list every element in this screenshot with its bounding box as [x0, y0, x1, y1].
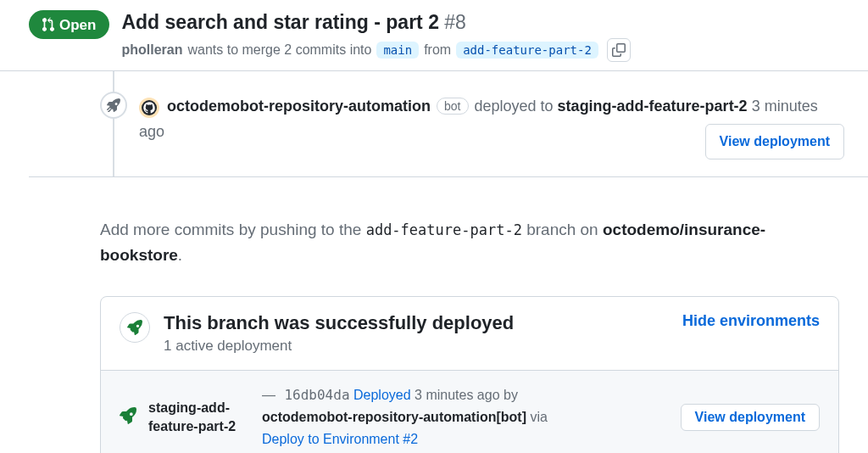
row-actor[interactable]: octodemobot-repository-automation[bot]: [262, 410, 526, 424]
row-workflow-link[interactable]: Deploy to Environment #2: [262, 432, 418, 446]
header-actor[interactable]: pholleran: [121, 42, 182, 58]
by-text: by: [504, 388, 518, 402]
dash: —: [262, 388, 275, 402]
timeline-item-deployed: octodemobot-repository-automation bot de…: [24, 71, 844, 176]
merge-meta: pholleran wants to merge 2 commits into …: [121, 38, 839, 62]
timeline-divider: [29, 176, 868, 177]
rocket-icon: [127, 320, 142, 335]
push-hint: Add more commits by pushing to the add-f…: [0, 193, 868, 281]
hint-mid: branch on: [526, 221, 598, 238]
copy-branch-button[interactable]: [607, 38, 631, 62]
card-subtitle: 1 active deployment: [164, 338, 669, 355]
pr-title-text: Add search and star rating - part 2: [121, 11, 438, 33]
hint-branch: add-feature-part-2: [366, 221, 522, 238]
deployment-row: staging-add-feature-part-2 — 16db04da De…: [101, 370, 838, 453]
row-details: — 16db04da Deployed 3 minutes ago by oct…: [262, 384, 669, 450]
pr-title: Add search and star rating - part 2 #8: [121, 10, 839, 35]
compare-branch-label[interactable]: add-feature-part-2: [456, 42, 598, 59]
view-deployment-button[interactable]: View deployment: [681, 404, 820, 431]
merge-text: wants to merge 2 commits into: [187, 42, 371, 58]
row-state[interactable]: Deployed: [353, 388, 411, 402]
avatar: [139, 98, 159, 118]
environments-card-head: This branch was successfully deployed 1 …: [101, 297, 838, 370]
view-deployment-button[interactable]: View deployment: [705, 124, 844, 159]
via-text: via: [530, 410, 547, 424]
bot-badge: bot: [437, 98, 468, 115]
state-open-badge: Open: [29, 10, 109, 39]
hint-suffix: .: [178, 246, 182, 264]
environments-card: This branch was successfully deployed 1 …: [100, 296, 839, 453]
hide-environments-link[interactable]: Hide environments: [682, 312, 820, 330]
state-label: Open: [59, 18, 96, 32]
pr-number: #8: [444, 11, 466, 33]
card-title: This branch was successfully deployed: [164, 312, 669, 334]
rocket-icon: [120, 407, 136, 424]
from-text: from: [424, 42, 451, 58]
timeline-body: octodemobot-repository-automation bot de…: [139, 92, 844, 159]
timeline-actor[interactable]: octodemobot-repository-automation: [167, 98, 431, 115]
copy-icon: [612, 43, 626, 57]
environment-link[interactable]: staging-add-feature-part-2: [558, 98, 748, 115]
base-branch-label[interactable]: main: [376, 42, 419, 59]
pr-header: Open Add search and star rating - part 2…: [0, 0, 868, 71]
title-block: Add search and star rating - part 2 #8 p…: [121, 10, 839, 62]
row-rocket-icon: [120, 407, 136, 428]
card-rocket-badge: [120, 312, 150, 343]
timeline-badge-rocket: [100, 92, 127, 119]
hint-prefix: Add more commits by pushing to the: [100, 221, 361, 238]
deployed-to-text: deployed to: [475, 98, 554, 115]
row-timestamp: 3 minutes ago: [415, 388, 500, 402]
card-head-text: This branch was successfully deployed 1 …: [164, 312, 669, 355]
rocket-icon: [107, 98, 120, 112]
git-pull-request-icon: [39, 17, 54, 32]
row-sha[interactable]: 16db04da: [284, 387, 349, 403]
timeline: octodemobot-repository-automation bot de…: [0, 71, 868, 176]
row-button-wrap: View deployment: [681, 404, 820, 431]
octocat-icon: [142, 100, 157, 115]
row-environment-name[interactable]: staging-add-feature-part-2: [148, 399, 250, 435]
